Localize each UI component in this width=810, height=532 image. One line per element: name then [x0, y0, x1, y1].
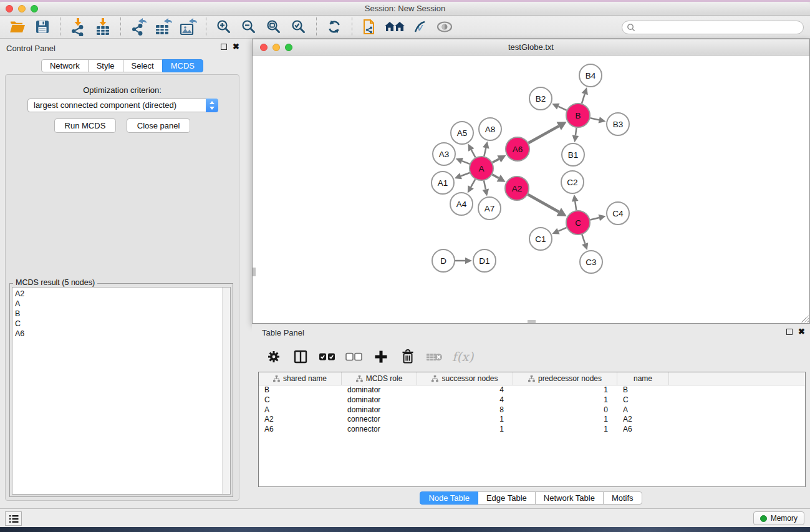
- tab-motifs[interactable]: Motifs: [603, 491, 642, 505]
- table-cell[interactable]: A2: [259, 415, 342, 425]
- export-network-icon[interactable]: [128, 17, 149, 36]
- graph-edge-B-B2[interactable]: [558, 107, 566, 110]
- table-row[interactable]: A6connector11A6: [259, 425, 805, 435]
- horizontal-scroll-indicator[interactable]: [528, 320, 536, 323]
- main-titlebar[interactable]: Session: New Session: [0, 2, 810, 16]
- table-cell[interactable]: connector: [342, 425, 417, 435]
- table-cell[interactable]: B: [259, 385, 342, 395]
- mcds-result-item[interactable]: A6: [15, 329, 230, 339]
- mcds-result-list[interactable]: A2ABCA6: [12, 287, 231, 495]
- table-cell[interactable]: A2: [617, 415, 669, 425]
- result-list-scrollbar[interactable]: [222, 288, 230, 494]
- table-cell[interactable]: 1: [513, 425, 617, 435]
- tab-network[interactable]: Network: [41, 59, 89, 72]
- table-settings-icon[interactable]: [264, 347, 283, 366]
- zoom-in-icon[interactable]: [213, 17, 234, 36]
- column-header-shared-name[interactable]: shared name: [259, 372, 342, 385]
- search-field[interactable]: [622, 21, 804, 34]
- table-cell[interactable]: C: [617, 395, 669, 405]
- open-file-icon[interactable]: [7, 17, 28, 36]
- graph-edge-A-A4[interactable]: [471, 179, 475, 187]
- network-window-titlebar[interactable]: testGlobe.txt: [253, 39, 809, 56]
- graph-edge-A-A7[interactable]: [484, 181, 486, 190]
- table-cell[interactable]: A: [259, 405, 342, 415]
- table-cell[interactable]: 1: [513, 415, 617, 425]
- graph-edge-A2-C[interactable]: [528, 195, 559, 212]
- close-panel-button[interactable]: Close panel: [127, 118, 191, 133]
- table-cell[interactable]: 4: [417, 395, 513, 405]
- destroy-table-icon[interactable]: [425, 347, 444, 366]
- table-cell[interactable]: 4: [417, 385, 513, 395]
- equation-builder-icon[interactable]: f(x): [452, 349, 473, 364]
- graph-edge-A-A8[interactable]: [484, 148, 486, 156]
- graph-edge-A-A5[interactable]: [471, 150, 476, 157]
- tab-style[interactable]: Style: [88, 59, 123, 72]
- mcds-result-item[interactable]: C: [15, 319, 230, 329]
- table-cell[interactable]: connector: [342, 415, 417, 425]
- table-cell[interactable]: 1: [513, 395, 617, 405]
- table-cell[interactable]: A6: [259, 425, 342, 435]
- column-header-name[interactable]: name: [617, 372, 669, 385]
- table-cell[interactable]: 8: [417, 405, 513, 415]
- show-graphics-details-icon[interactable]: [434, 17, 455, 36]
- table-row[interactable]: Bdominator41B: [259, 385, 805, 395]
- mcds-result-item[interactable]: B: [15, 309, 230, 319]
- tab-mcds[interactable]: MCDS: [162, 59, 203, 72]
- search-input[interactable]: [636, 22, 803, 33]
- graph-edge-B-B1[interactable]: [576, 128, 577, 135]
- graph-edge-A-A1[interactable]: [461, 173, 470, 176]
- delete-column-icon[interactable]: [398, 347, 417, 366]
- graph-edge-C-C1[interactable]: [558, 228, 566, 231]
- export-table-icon[interactable]: [153, 17, 174, 36]
- table-cell[interactable]: A: [617, 405, 669, 415]
- import-table-icon[interactable]: [92, 17, 113, 36]
- refresh-layout-icon[interactable]: [324, 17, 345, 36]
- zoom-fit-icon[interactable]: [263, 17, 284, 36]
- run-mcds-button[interactable]: Run MCDS: [54, 118, 117, 133]
- network-graph[interactable]: B4B2BB3A5A8A6B1A3AA1C2A2A4A7C4CC1C3DD1: [253, 56, 809, 323]
- label-visibility-icon[interactable]: v: [409, 17, 430, 36]
- graph-edge-A-A3[interactable]: [462, 161, 470, 164]
- task-history-button[interactable]: [5, 511, 22, 526]
- table-cell[interactable]: C: [259, 395, 342, 405]
- export-image-icon[interactable]: [178, 17, 199, 36]
- table-cell[interactable]: 1: [513, 385, 617, 395]
- mcds-result-item[interactable]: A: [15, 299, 230, 309]
- table-cell[interactable]: dominator: [342, 395, 417, 405]
- tab-network-table[interactable]: Network Table: [535, 491, 604, 505]
- table-cell[interactable]: dominator: [342, 385, 417, 395]
- graph-edge-B-B3[interactable]: [591, 118, 599, 120]
- optimization-criterion-dropdown[interactable]: largest connected component (directed): [27, 99, 218, 112]
- graph-edge-A-A6[interactable]: [493, 159, 499, 163]
- table-row[interactable]: Adominator80A: [259, 405, 805, 415]
- select-all-icon[interactable]: [318, 347, 337, 366]
- float-table-panel-icon[interactable]: [786, 329, 793, 335]
- home-view-icon[interactable]: [384, 17, 405, 36]
- dropdown-stepper-icon[interactable]: [206, 99, 218, 112]
- deselect-all-icon[interactable]: [345, 347, 364, 366]
- tab-node-table[interactable]: Node Table: [420, 491, 478, 505]
- zoom-selected-icon[interactable]: [288, 17, 309, 36]
- table-cell[interactable]: 0: [513, 405, 617, 415]
- table-cell[interactable]: 1: [417, 425, 513, 435]
- zoom-out-icon[interactable]: [238, 17, 259, 36]
- close-panel-icon[interactable]: ✖: [233, 44, 239, 50]
- column-visibility-icon[interactable]: [291, 347, 310, 366]
- vertical-scroll-indicator[interactable]: [253, 268, 256, 276]
- column-header-successor-nodes[interactable]: successor nodes: [417, 372, 513, 385]
- close-table-panel-icon[interactable]: ✖: [798, 329, 805, 335]
- network-canvas[interactable]: B4B2BB3A5A8A6B1A3AA1C2A2A4A7C4CC1C3DD1: [253, 56, 809, 323]
- graph-edge-A-A2[interactable]: [492, 175, 498, 178]
- table-cell[interactable]: A6: [617, 425, 669, 435]
- graph-edge-C-C4[interactable]: [590, 218, 599, 220]
- graph-edge-C-C3[interactable]: [582, 235, 585, 244]
- add-column-icon[interactable]: [372, 347, 390, 366]
- graph-edge-A6-B[interactable]: [528, 126, 559, 143]
- table-cell[interactable]: B: [617, 385, 669, 395]
- tab-select[interactable]: Select: [123, 59, 163, 72]
- save-session-icon[interactable]: [32, 17, 53, 36]
- float-panel-icon[interactable]: [221, 44, 227, 50]
- graph-edge-B-B4[interactable]: [582, 94, 585, 104]
- duplicate-network-icon[interactable]: [359, 17, 380, 36]
- graph-edge-C-C2[interactable]: [575, 201, 576, 210]
